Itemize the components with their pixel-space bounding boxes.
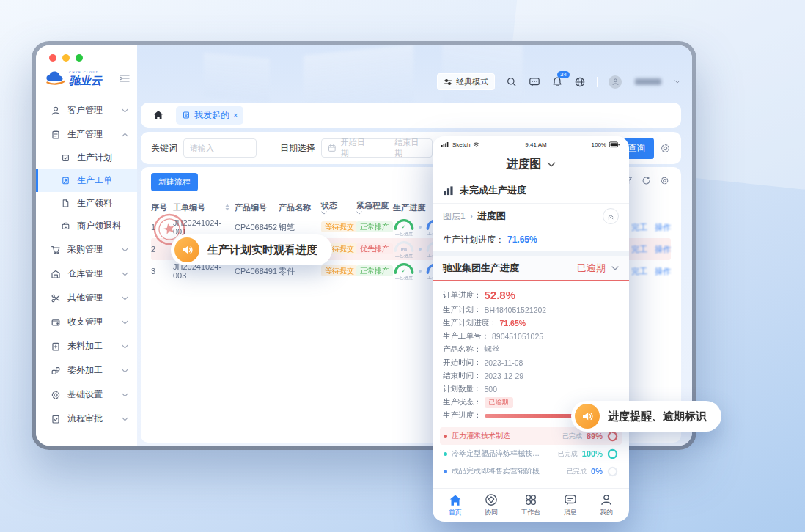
- progress-gauge-complete: ✓ 工艺进度: [393, 262, 415, 280]
- sort-icon[interactable]: [224, 204, 235, 211]
- progress-gauge-percent: 0% 工艺进度: [393, 240, 415, 258]
- priority-badge: 优先排产: [356, 243, 393, 254]
- signal-icon: [441, 141, 450, 147]
- task-item[interactable]: 冷萃定型塑品淬炼样械技术奥秘 已完成 100%: [440, 445, 622, 462]
- warehouse-icon: [51, 269, 61, 279]
- action-finish-link[interactable]: 完工: [631, 266, 647, 277]
- sidebar-subitem-label: 生产计划: [77, 152, 112, 164]
- phone-tab-workbench[interactable]: 工作台: [521, 493, 540, 517]
- task-item[interactable]: 成品完成即将售卖营销阶段 已完成 0%: [440, 462, 622, 480]
- production-status-badge: 已逾期: [485, 397, 513, 408]
- new-process-button[interactable]: 新建流程: [151, 173, 198, 191]
- close-window-button[interactable]: [49, 54, 56, 62]
- sidebar-subitem-material-picking[interactable]: 生产领料: [36, 192, 137, 215]
- col-status[interactable]: 状态: [321, 200, 356, 215]
- minimize-window-button[interactable]: [62, 54, 70, 62]
- sidebar-subitem-production-plan[interactable]: 生产计划: [36, 147, 137, 169]
- page-background: CHYE CLOUD 驰业云 客户管理 生产管理: [0, 0, 805, 532]
- close-tab-icon[interactable]: ×: [233, 111, 238, 119]
- keyword-input[interactable]: [183, 138, 257, 158]
- bullet-icon: [444, 435, 447, 438]
- breadcrumb-parent[interactable]: 图层1: [443, 210, 466, 223]
- speaker-icon: [174, 237, 199, 262]
- tab-label: 我发起的: [194, 109, 229, 122]
- globe-icon[interactable]: [574, 76, 586, 88]
- progress-gauge-complete: ✓ 工艺进度: [393, 218, 415, 236]
- sidebar-item-purchase-mgmt[interactable]: 采购管理: [36, 237, 137, 262]
- sidebar-item-customer-mgmt[interactable]: 客户管理: [36, 98, 137, 122]
- avatar[interactable]: [609, 75, 622, 89]
- sidebar-item-other-mgmt[interactable]: 其他管理: [36, 286, 137, 310]
- action-more-link[interactable]: 操作: [655, 222, 671, 233]
- battery-percent: 100%: [592, 141, 606, 148]
- topbar: 经典模式 34: [437, 73, 680, 90]
- divider: [597, 77, 598, 87]
- bar-chart-icon: [443, 185, 454, 196]
- chevron-down-icon: [611, 266, 619, 270]
- speaker-icon: [575, 404, 600, 429]
- search-icon[interactable]: [506, 76, 518, 88]
- sidebar-collapse-icon[interactable]: [120, 74, 130, 83]
- sidebar-item-outsourcing[interactable]: 委外加工: [36, 358, 137, 383]
- chevron-down-icon[interactable]: [547, 162, 556, 167]
- action-finish-link[interactable]: 完工: [631, 222, 647, 233]
- sidebar-item-finance-mgmt[interactable]: 收支管理: [36, 310, 137, 334]
- action-more-link[interactable]: 操作: [655, 266, 671, 277]
- cart-icon: [51, 245, 61, 255]
- action-more-link[interactable]: 操作: [655, 244, 671, 255]
- diamond-icon: [485, 493, 498, 506]
- sidebar-item-label: 来料加工: [67, 340, 103, 352]
- chevron-up-icon: [122, 133, 128, 137]
- tab-bar: 我发起的 ×: [141, 103, 681, 128]
- plan-doc-icon: [61, 153, 70, 163]
- group-progress-header[interactable]: 驰业集团生产进度 已逾期: [433, 256, 629, 281]
- phone-tab-mine[interactable]: 我的: [600, 493, 613, 517]
- action-finish-link[interactable]: 完工: [631, 244, 647, 255]
- home-icon: [449, 494, 462, 506]
- collapse-up-button[interactable]: [603, 208, 619, 224]
- phone-tab-messages[interactable]: 消息: [564, 493, 577, 517]
- window-traffic-lights[interactable]: [49, 54, 83, 62]
- date-range-input[interactable]: 开始日期 — 结束日期: [321, 138, 433, 158]
- home-icon[interactable]: [152, 109, 164, 121]
- sidebar-item-label: 客户管理: [67, 104, 103, 117]
- tooltip-progress-watch: 生产计划实时观看进度: [171, 234, 332, 265]
- phone-tab-collab[interactable]: 协同: [485, 493, 498, 517]
- sidebar-item-label: 委外加工: [67, 364, 103, 377]
- refresh-icon[interactable]: [642, 176, 651, 185]
- carrier-label: Sketch: [452, 141, 470, 148]
- sidebar-item-production-mgmt[interactable]: 生产管理: [36, 122, 137, 147]
- status-badge: 等待提交: [321, 265, 358, 276]
- sidebar-subitem-production-workorder[interactable]: 生产工单: [36, 169, 137, 192]
- phone-tab-home[interactable]: 首页: [449, 494, 462, 517]
- classic-mode-label: 经典模式: [456, 76, 488, 87]
- tooltip-text: 进度提醒、逾期标识: [608, 410, 707, 424]
- classic-mode-toggle[interactable]: 经典模式: [437, 73, 495, 90]
- clock-label: 9:41 AM: [525, 141, 546, 148]
- person-icon: [51, 106, 61, 116]
- toggle-icon: [444, 78, 452, 86]
- sidebar-item-warehouse-mgmt[interactable]: 仓库管理: [36, 262, 137, 286]
- col-priority[interactable]: 紧急程度: [356, 200, 393, 215]
- status-badge: 等待提交: [321, 221, 358, 232]
- message-icon[interactable]: [529, 76, 540, 88]
- battery-icon: [609, 141, 620, 148]
- sidebar-item-basic-settings[interactable]: 基础设置: [36, 383, 137, 407]
- tab-my-initiated[interactable]: 我发起的 ×: [176, 106, 243, 125]
- zoom-window-button[interactable]: [76, 54, 83, 62]
- sidebar-item-label: 采购管理: [67, 243, 103, 256]
- sidebar-subitem-merchant-return[interactable]: 商户领退料: [36, 215, 137, 237]
- gauge-separator: [419, 270, 422, 273]
- priority-badge: 正常排产: [356, 221, 393, 232]
- sidebar-item-incoming-processing[interactable]: 来料加工: [36, 334, 137, 358]
- workorder-icon: [182, 111, 191, 119]
- outsource-icon: [51, 366, 61, 376]
- date-label: 日期选择: [280, 142, 315, 155]
- filter-settings-gear-icon[interactable]: [660, 143, 671, 154]
- sidebar-item-workflow-approval[interactable]: 流程审批: [36, 407, 137, 431]
- overdue-status-label: 已逾期: [577, 262, 606, 275]
- plan-progress-value: 71.65%: [507, 234, 537, 245]
- material-doc-icon: [51, 341, 61, 352]
- bell-icon[interactable]: 34: [551, 76, 563, 88]
- table-settings-gear-icon[interactable]: [660, 176, 669, 185]
